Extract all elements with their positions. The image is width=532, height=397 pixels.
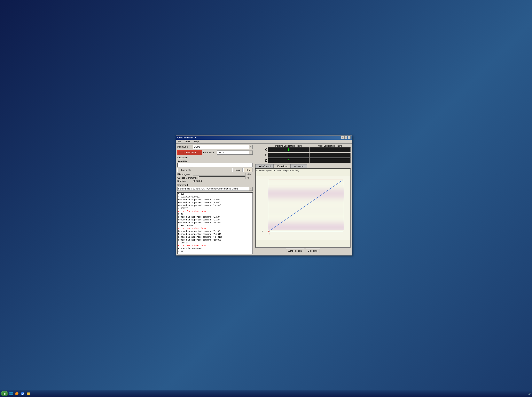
go-home-button[interactable]: Go Home	[306, 248, 320, 253]
menu-tools[interactable]: Tools	[184, 140, 191, 143]
file-progress-row: File progress 0%	[177, 173, 253, 176]
svg-rect-63	[27, 392, 28, 393]
z-machine-value: 0	[268, 158, 309, 163]
port-combo[interactable]: COM8 ▼	[193, 145, 253, 149]
log-line: Process interrupted.	[178, 247, 252, 250]
port-label: Port name	[177, 146, 192, 148]
y-work-value	[310, 153, 351, 158]
svg-rect-56	[11, 394, 13, 395]
begin-button[interactable]: Begin	[232, 168, 243, 172]
volume-icon[interactable]: 🔊	[528, 393, 531, 395]
bottom-buttons: Zero Position Go Home	[255, 248, 351, 254]
tab-advanced[interactable]: Advanced	[291, 164, 307, 168]
command-section: Command Sending file 'C:/Users/JOSHI/Des…	[177, 184, 253, 192]
zero-position-button[interactable]: Zero Position	[286, 248, 304, 253]
reset-baud-row: Close / Reset Baud Rate 115200 ▼	[177, 150, 253, 155]
port-row: Port name COM8 ▼	[177, 145, 253, 149]
runtime-row: Runtime: 00:00:06	[177, 180, 253, 182]
file-path-input[interactable]: C:/Users/JOSHI/Desktop/A3mini mouse 1.mm…	[177, 163, 253, 167]
baud-dropdown-arrow[interactable]: ▼	[249, 151, 253, 155]
svg-point-61	[22, 393, 23, 394]
queued-bar	[199, 176, 246, 179]
log-line: > G90	[178, 193, 252, 196]
log-line: > G00XYZ	[178, 207, 252, 210]
x-machine-value: 0	[268, 148, 309, 152]
close-button[interactable]: ×	[348, 136, 351, 139]
title-bar-buttons: − □ ×	[341, 136, 351, 139]
viz-canvas: 0 0	[255, 168, 350, 247]
y-axis-zero-label: 0	[262, 230, 263, 232]
state-row: Last State:	[177, 156, 253, 159]
log-line: Removed unsupported command '0.10'	[178, 216, 252, 219]
tab-visualizer[interactable]: Visualizer	[274, 164, 291, 168]
runtime-value: 00:00:06	[193, 180, 202, 182]
command-value: Sending file 'C:/Users/JOSHI/Desktop/A3m…	[177, 187, 249, 190]
machine-coords-header: Machine Coordinates (mm)	[268, 145, 309, 147]
window-title: GrblController 3.6	[177, 136, 197, 139]
stop-button[interactable]: Stop	[243, 168, 253, 172]
send-file-section: Send File C:/Users/JOSHI/Desktop/A3mini …	[177, 160, 253, 183]
left-panel: Port name COM8 ▼ Close / Reset Baud Rate…	[176, 143, 254, 255]
command-label: Command	[177, 184, 253, 186]
port-dropdown-arrow[interactable]: ▼	[249, 145, 253, 149]
start-button[interactable]: ⊞	[1, 391, 8, 396]
taskbar-icon-chrome[interactable]	[20, 391, 25, 396]
log-line: Removed unsupported command '50.00'	[178, 204, 252, 207]
log-line: error: Bad number format	[178, 227, 252, 230]
queued-value: 0	[247, 177, 253, 179]
queued-label: Queued Commands	[177, 177, 197, 179]
port-value: COM8	[193, 146, 249, 148]
log-line: Removed unsupported command '0.00'	[178, 198, 252, 201]
log-line: Removed unsupported command '0.0010'	[178, 233, 252, 236]
log-line: error: Bad number format	[178, 210, 252, 213]
svg-point-58	[16, 393, 18, 395]
file-path-row: C:/Users/JOSHI/Desktop/A3mini mouse 1.mm…	[177, 163, 253, 167]
runtime-label: Runtime:	[177, 180, 192, 182]
maximize-button[interactable]: □	[344, 136, 347, 139]
tab-axis-control[interactable]: Axis Control	[255, 164, 274, 168]
taskbar-icon-app[interactable]	[14, 391, 19, 396]
work-coords-header: Work Coordinates (mm)	[310, 145, 351, 147]
log-line: > M3	[178, 213, 252, 216]
queued-row: Queued Commands 0	[177, 176, 253, 179]
viz-info: 84.665 mm (Width-X: 78.062 Height-Y: 84.…	[256, 169, 299, 172]
right-panel: Machine Coordinates (mm) Work Coordinate…	[254, 143, 352, 255]
choose-file-button[interactable]: Choose file	[177, 168, 193, 172]
taskbar-icon-files[interactable]	[26, 391, 31, 396]
log-line: Removed unsupported command '0.10'	[178, 230, 252, 233]
menu-help[interactable]: Help	[193, 140, 200, 143]
x-axis-label: X	[255, 148, 268, 152]
y-machine-value: 0	[268, 153, 309, 158]
taskbar-icon-1[interactable]	[9, 391, 13, 396]
taskbar: ⊞ 🔊	[0, 391, 532, 397]
log-line: Removed unsupported command '0.00'	[178, 201, 252, 204]
log-line: > G91X0.00Y0.00Z0.	[178, 196, 252, 198]
command-dropdown-arrow[interactable]: ▼	[249, 187, 253, 191]
coordinates-section: Machine Coordinates (mm) Work Coordinate…	[255, 145, 351, 164]
tabs-row: Axis Control Visualizer Advanced	[255, 164, 351, 168]
log-line: Removed unsupported command '50.00'	[178, 222, 252, 224]
z-axis-label: Z	[255, 159, 268, 162]
progress-pct: 0%	[247, 173, 253, 175]
baud-label: Baud Rate	[203, 151, 215, 154]
log-line: > G1XYZF1800	[178, 224, 252, 227]
z-work-value	[310, 158, 351, 163]
menu-file[interactable]: File	[177, 140, 182, 143]
app-window: GrblController 3.6 − □ × File Tools Help	[176, 135, 352, 255]
log-area[interactable]: Sending file 'C:/Users/JOSHI/Desktop/A3m…	[177, 192, 253, 254]
log-line: Removed unsupported command '0.10'	[178, 219, 252, 222]
command-dropdown[interactable]: Sending file 'C:/Users/JOSHI/Desktop/A3m…	[177, 187, 253, 191]
send-file-label: Send File	[177, 160, 253, 163]
reset-button[interactable]: Close / Reset	[177, 150, 202, 155]
file-actions-row: Choose file Begin Stop	[177, 168, 253, 172]
progress-label: File progress	[177, 173, 192, 175]
minimize-button[interactable]: −	[341, 136, 344, 139]
svg-rect-55	[9, 394, 11, 395]
menu-bar: File Tools Help	[176, 140, 352, 143]
y-axis-label: Y	[255, 153, 268, 157]
main-content: Port name COM8 ▼ Close / Reset Baud Rate…	[176, 143, 352, 255]
log-container: Sending file 'C:/Users/JOSHI/Desktop/A3m…	[177, 192, 253, 254]
baud-combo[interactable]: 115200 ▼	[217, 150, 253, 155]
x-axis-zero-label: 0	[269, 233, 270, 235]
log-line: Removed unsupported command '1800.0'	[178, 239, 252, 242]
